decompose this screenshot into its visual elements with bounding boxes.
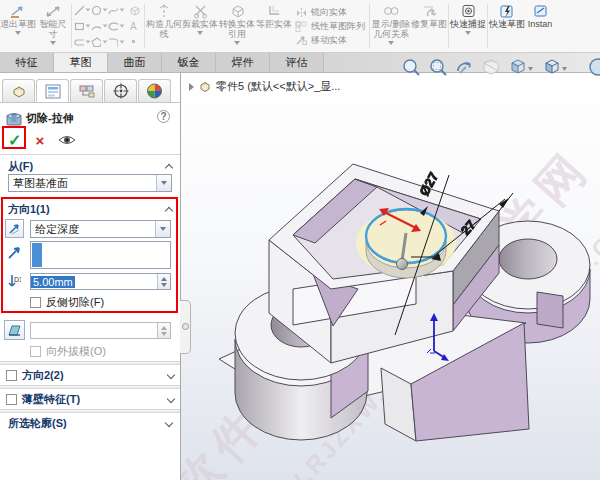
convert-entities-icon [230,3,245,19]
draft-button[interactable] [4,320,25,340]
zoom-area-icon[interactable] [431,60,446,75]
depth-spinbox[interactable]: 5.00mm [30,273,171,290]
convert-entities-button[interactable]: 转换实体引用 [218,0,256,52]
smart-dimension-icon [44,3,62,19]
exit-sketch-dropdown[interactable] [15,31,21,35]
svg-text:A: A [130,21,137,32]
ellipse-icon[interactable] [108,21,125,32]
tab-feature-manager[interactable] [2,79,35,102]
depth-value[interactable]: 5.00mm [31,276,75,288]
display-style-icon[interactable] [546,60,567,73]
point-icon[interactable] [125,38,142,46]
panel-actions: ✓ × [8,130,76,150]
direction2-checkbox[interactable] [6,370,17,381]
trim-entities-dropdown[interactable] [197,31,203,35]
flip-side-checkbox-row[interactable]: 反侧切除(F) [30,295,104,310]
rectangle-icon[interactable] [74,21,91,32]
tab-property-manager[interactable] [36,79,69,103]
thin-feature-checkbox[interactable] [6,394,17,405]
instant2d-icon [533,3,548,19]
exit-sketch-button[interactable]: 退出草图 [0,0,36,52]
display-delete-relations-dropdown[interactable] [388,41,394,45]
ok-button[interactable]: ✓ [8,131,21,150]
tab-configurations[interactable] [70,79,103,102]
zoom-fit-icon[interactable] [404,60,419,75]
end-condition-dropdown[interactable]: 给定深度 [30,220,171,238]
direction2-section-header[interactable]: 方向2(2) [6,368,174,383]
command-manager-ribbon: 退出草图 智能尺寸 A 构造几何线 剪裁实体 [0,0,600,53]
slot-icon[interactable] [74,37,91,48]
graphics-area[interactable]: 零件5 (默认<<默认>_显... 软件自学网 WWW.RJZXW.COM 软件… [181,73,600,480]
divider [0,154,180,155]
view-orientation-icon[interactable] [512,60,533,73]
rapid-sketch-button[interactable]: 快速草图 [489,0,525,52]
feature-title-text: 切除-拉伸 [26,111,74,126]
from-section-header[interactable]: 从(F) [8,159,172,174]
panel-splitter-handle[interactable] [180,300,191,354]
spinner-buttons[interactable] [157,274,170,289]
tree-expand-icon[interactable] [189,83,194,91]
polygon-icon[interactable] [91,37,108,48]
tab-features[interactable]: 特征 [0,53,54,72]
thin-feature-section-header[interactable]: 薄壁特征(T) [6,392,174,407]
fillet-icon[interactable] [108,37,125,48]
ribbon-separator [144,4,145,48]
tab-dimxpert[interactable] [104,79,137,102]
feature-manager-icon [10,84,28,99]
arc-icon[interactable] [91,21,108,32]
selected-contours-section-header[interactable]: 所选轮廓(S) [8,416,172,431]
direction-reference-box[interactable] [30,241,171,269]
smart-dimension-button[interactable]: 智能尺寸 [36,0,70,52]
tab-weldments[interactable]: 焊件 [216,53,270,72]
selected-reference[interactable] [32,243,42,267]
quick-snaps-dropdown[interactable] [465,31,471,35]
cancel-button[interactable]: × [35,132,44,149]
appearance-icon[interactable] [590,59,600,75]
construction-geometry-button[interactable]: 构造几何线 [146,0,182,52]
linear-pattern-button[interactable]: 线性草图阵列 [295,19,365,33]
section-gap [0,409,180,413]
tab-sketch[interactable]: 草图 [54,53,108,72]
expand-icon [167,370,175,378]
tab-surfaces[interactable]: 曲面 [108,53,162,72]
tab-sheet-metal[interactable]: 钣金 [162,53,216,72]
property-manager-icon [44,84,62,99]
draft-outward-checkbox[interactable] [30,346,41,357]
flip-side-checkbox[interactable] [30,297,41,308]
move-entities-button[interactable]: 移动实体 [295,33,365,47]
mirror-entities-button[interactable]: 镜向实体 [295,5,365,19]
reverse-direction-button[interactable] [5,219,24,238]
depth-icon: D1 [4,274,21,290]
collapse-icon [165,164,173,172]
previous-view-icon[interactable] [458,63,470,73]
text-icon[interactable]: A [125,21,142,32]
dropdown-arrow-icon[interactable] [156,175,171,191]
part-name: 零件5 (默认<<默认>_显... [216,79,340,94]
dropdown-arrow-icon[interactable] [155,221,170,237]
preview-eye-icon[interactable] [58,134,76,146]
convert-entities-dropdown[interactable] [234,41,240,45]
3d-sketch-icon[interactable] [125,5,142,16]
section-view-icon[interactable] [484,60,498,74]
circle-icon[interactable] [91,5,108,16]
line-icon[interactable] [74,5,91,16]
tab-appearances[interactable] [138,79,171,102]
quick-snaps-button[interactable]: 快速捕捉 [450,0,486,52]
instant2d-button[interactable]: Instan [525,0,555,52]
feature-tree-flyout[interactable]: 零件5 (默认<<默认>_显... [189,79,340,94]
display-delete-relations-button[interactable]: 显示/删除几何关系 [371,0,411,52]
spline-icon[interactable] [108,5,125,16]
spinner-buttons[interactable] [157,323,170,338]
collapse-icon [165,207,173,215]
help-button[interactable]: ? [157,110,170,123]
smart-dimension-dropdown[interactable] [50,41,56,45]
repair-sketch-button[interactable]: 修复草图 [411,0,447,52]
offset-entities-button[interactable]: 等距实体 [256,0,292,52]
heads-up-view-toolbar [400,55,600,82]
tab-evaluate[interactable]: 评估 [270,53,324,72]
direction1-section-header[interactable]: 方向1(1) [8,202,172,217]
draft-angle-field[interactable] [30,322,171,339]
from-dropdown[interactable]: 草图基准面 [8,174,172,192]
draft-outward-checkbox-row[interactable]: 向外拔模(O) [30,344,106,359]
trim-entities-button[interactable]: 剪裁实体 [182,0,218,52]
